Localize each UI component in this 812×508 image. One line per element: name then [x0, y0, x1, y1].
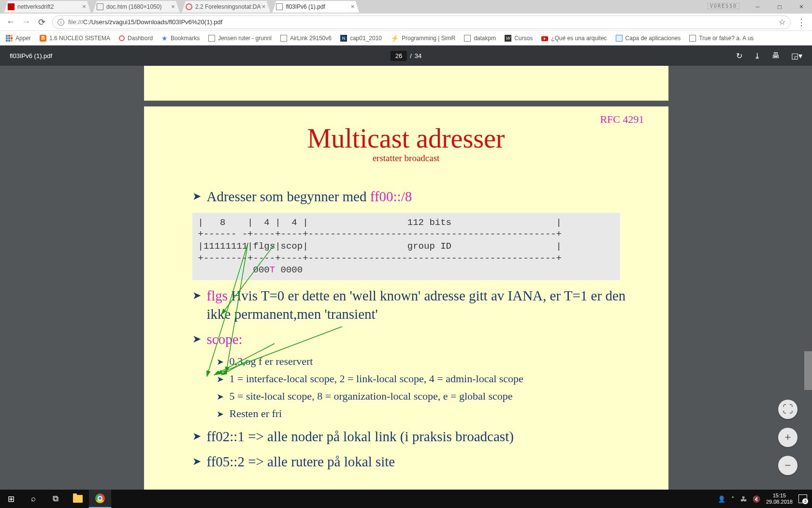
- bullet-sub: ➤Resten er fri: [217, 407, 649, 421]
- info-icon[interactable]: i: [58, 19, 64, 26]
- fit-page-button[interactable]: ⛶: [778, 400, 798, 419]
- star-icon: ★: [161, 34, 168, 42]
- close-icon[interactable]: ×: [170, 4, 176, 10]
- bullet-arrow-icon: ➤: [217, 390, 224, 403]
- bookmark-icon[interactable]: ◲▾: [791, 51, 802, 60]
- tab-pdf-active[interactable]: fl03IPv6 (1).pdf ×: [272, 1, 359, 13]
- close-icon[interactable]: ×: [349, 4, 355, 10]
- navigation-bar: ← → ⟳ i file:///C:/Users/zvagui15/Downlo…: [0, 14, 812, 31]
- pdf-page-indicator: 26 / 34: [391, 51, 422, 61]
- back-button[interactable]: ←: [6, 17, 15, 27]
- apps-button[interactable]: Apper: [6, 35, 31, 42]
- bookmark-item[interactable]: datakpm: [464, 35, 496, 42]
- bookmark-item[interactable]: B1.6 NÚCLEO SISTEMA: [40, 35, 110, 42]
- address-bar[interactable]: i file:///C:/Users/zvagui15/Downloads/fl…: [52, 15, 791, 29]
- zoom-out-button[interactable]: −: [778, 456, 798, 475]
- scrollbar-thumb[interactable]: [804, 351, 812, 390]
- zoom-controls: ⛶ + −: [778, 400, 798, 475]
- maximize-button[interactable]: ◻: [768, 0, 790, 14]
- w-icon: W: [505, 35, 511, 42]
- folder-icon: [73, 495, 83, 503]
- previous-slide-edge: [144, 66, 668, 101]
- doc-icon: [689, 35, 696, 42]
- g-icon: [616, 35, 623, 42]
- dashbord-icon: [119, 35, 125, 41]
- minimize-button[interactable]: ─: [747, 0, 768, 14]
- bullet-arrow-icon: ➤: [192, 330, 201, 348]
- bullet-sub: ➤5 = site-local scope, 8 = organization-…: [217, 390, 649, 403]
- close-window-button[interactable]: ✕: [790, 0, 812, 14]
- notification-badge: 3: [802, 498, 808, 504]
- bookmark-item[interactable]: WCursos: [505, 35, 533, 42]
- search-button[interactable]: ⌕: [22, 490, 44, 508]
- bookmark-item[interactable]: ★Bookmarks: [161, 34, 200, 42]
- chrome-menu-icon[interactable]: ⋮: [797, 17, 806, 28]
- bullet-sub: ➤1 = interface-local scope, 2 = link-loc…: [217, 373, 649, 386]
- tab-favicon: [8, 3, 14, 10]
- bullet-main: ➤ ff05::2 => alle rutere på lokal site: [192, 453, 649, 471]
- bookmark-item[interactable]: Ncap01_2010: [340, 35, 382, 42]
- clock[interactable]: 15:15 29.08.2018: [766, 493, 793, 505]
- doc-icon: [280, 35, 287, 42]
- tray-chevron-icon[interactable]: ˄: [731, 495, 735, 503]
- bullet-arrow-icon: ➤: [217, 355, 224, 369]
- volume-icon[interactable]: 🔇: [753, 495, 760, 503]
- forward-button[interactable]: →: [21, 17, 31, 27]
- pdf-slide: RFC 4291 Multicast adresser erstatter br…: [144, 106, 668, 490]
- pdf-current-page[interactable]: 26: [391, 51, 407, 61]
- close-icon[interactable]: ×: [81, 4, 87, 10]
- bullet-arrow-icon: ➤: [217, 373, 224, 386]
- tab-favicon: [186, 3, 192, 10]
- bookmark-star-icon[interactable]: ☆: [779, 17, 785, 27]
- network-icon[interactable]: 🖧: [740, 495, 747, 503]
- tab-nettverksdrift[interactable]: nettverksdrift2 ×: [4, 1, 91, 13]
- window-controls: ─ ◻ ✕: [747, 0, 812, 14]
- notifications-button[interactable]: 3: [798, 494, 807, 503]
- print-icon[interactable]: 🖶: [772, 51, 780, 60]
- task-view-button[interactable]: ⧉: [44, 490, 67, 508]
- bullet-main: ➤ Adresser som begynner med ff00::/8: [192, 188, 649, 206]
- pdf-tools: ↻ ⤓ 🖶 ◲▾: [736, 51, 802, 60]
- close-icon[interactable]: ×: [261, 4, 266, 10]
- zoom-in-button[interactable]: +: [778, 428, 798, 447]
- doc-icon: [464, 35, 471, 42]
- bookmark-item[interactable]: Dashbord: [119, 35, 153, 42]
- download-icon[interactable]: ⤓: [754, 51, 760, 60]
- pdf-filename: fl03IPv6 (1).pdf: [10, 52, 52, 60]
- bookmark-item[interactable]: Jensen ruter - grunnl: [208, 35, 272, 42]
- bookmarks-bar: Apper B1.6 NÚCLEO SISTEMA Dashbord ★Book…: [0, 31, 812, 45]
- bullet-main: ➤ flgs Hvis T=0 er dette en 'well known'…: [192, 287, 649, 323]
- people-icon[interactable]: 👤: [718, 495, 725, 503]
- bullet-main: ➤ ff02::1 => alle noder på lokal link (i…: [192, 428, 649, 446]
- chrome-taskbar-button[interactable]: [89, 490, 111, 508]
- slide-subtitle: erstatter broadcast: [163, 153, 649, 164]
- bullet-sub: ➤0,3,og f er reservert: [217, 355, 649, 369]
- reload-button[interactable]: ⟳: [37, 17, 46, 28]
- pdf-viewer-toolbar: fl03IPv6 (1).pdf 26 / 34 ↻ ⤓ 🖶 ◲▾: [0, 45, 812, 66]
- bullet-arrow-icon: ➤: [192, 287, 201, 304]
- s-icon: ⚡: [391, 34, 399, 42]
- rotate-icon[interactable]: ↻: [736, 51, 742, 60]
- url-text: file:///C:/Users/zvagui15/Downloads/fl03…: [68, 18, 779, 26]
- bullet-arrow-icon: ➤: [217, 407, 224, 421]
- bookmark-item[interactable]: ⚡Programming | SimR: [391, 34, 455, 42]
- windows-taskbar: ⊞ ⌕ ⧉ 👤 ˄ 🖧 🔇 15:15 29.08.2018 3: [0, 490, 812, 508]
- bookmark-item[interactable]: True or false? a. A us: [689, 35, 754, 42]
- pdf-content-area[interactable]: RFC 4291 Multicast adresser erstatter br…: [0, 66, 812, 490]
- tab-title: doc.htm (812×508): [106, 3, 170, 10]
- start-button[interactable]: ⊞: [0, 490, 22, 508]
- file-explorer-button[interactable]: [67, 490, 89, 508]
- ascii-diagram: | 8 | 4 | 4 | 112 bits | +------ -+----+…: [192, 213, 620, 280]
- vertical-scrollbar[interactable]: [804, 66, 812, 490]
- tab-doc[interactable]: doc.htm (812×508) ×: [93, 1, 180, 13]
- system-tray: 👤 ˄ 🖧 🔇 15:15 29.08.2018 3: [718, 493, 812, 505]
- n-icon: N: [340, 35, 347, 42]
- bookmark-item[interactable]: ¿Qué es una arquitec: [541, 35, 607, 42]
- slide-title: Multicast adresser: [163, 123, 649, 154]
- tab-forelesning[interactable]: 2.2 Forelesningsnotat:DA ×: [182, 1, 270, 13]
- bookmark-item[interactable]: AirLink 29150v6: [280, 35, 332, 42]
- tab-title: 2.2 Forelesningsnotat:DA: [195, 3, 261, 10]
- bullet-main: ➤ scope:: [192, 330, 649, 349]
- bookmark-item[interactable]: Capa de aplicaciones: [616, 35, 681, 42]
- bullet-arrow-icon: ➤: [192, 188, 201, 205]
